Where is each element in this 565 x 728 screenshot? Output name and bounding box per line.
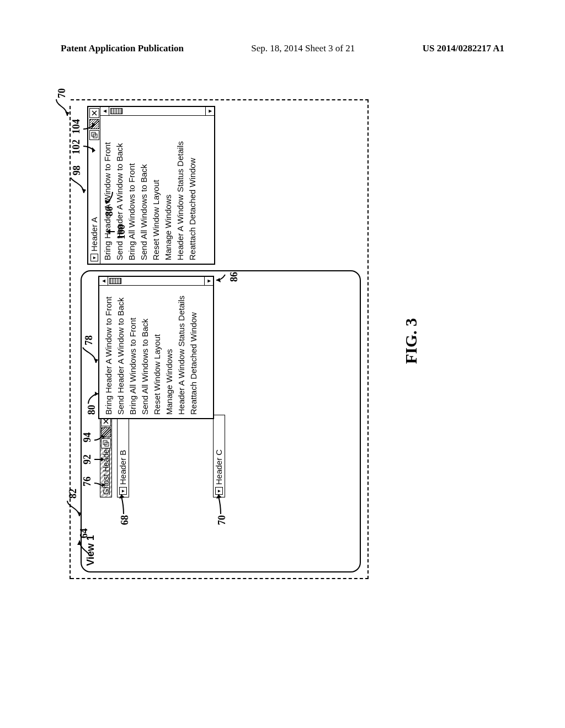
scroll-down-icon[interactable]: ▼ [205,107,214,115]
ref-70-outer: 70 [55,88,68,116]
menu-item[interactable]: Bring All Windows to Front [127,287,139,415]
header-c-label: Header C [214,449,225,485]
context-menu-main: Bring Header A Window to Front Send Head… [98,276,214,419]
menu-item[interactable]: Reset Window Layout [151,287,163,415]
svg-marker-19 [106,230,110,234]
menu-item[interactable]: Reattach Detached Window [188,287,200,415]
menu-item[interactable]: Bring All Windows to Front [126,117,138,260]
svg-marker-16 [216,494,222,499]
menu-item[interactable]: Manage Windows [163,287,175,415]
ref-80b: 80 [104,190,115,216]
svg-marker-21 [92,123,95,129]
ref-70b: 70 [216,492,228,525]
pub-number: US 2014/0282217 A1 [423,43,504,54]
menu-item[interactable]: Manage Windows [162,117,174,260]
ref-68: 68 [119,492,131,525]
ref-98: 98 [68,165,85,193]
ref-100: 100 [106,224,127,239]
scrollbar-vertical[interactable]: ▲ ▼ [99,277,213,286]
ref-82: 82 [65,489,81,516]
close-icon[interactable] [89,108,99,118]
ref-80a: 80 [85,390,98,415]
scroll-up-icon[interactable]: ▲ [99,277,108,285]
ref-64: 64 [77,528,90,556]
detached-title-label: Header A [89,217,99,251]
svg-marker-14 [95,392,98,396]
header-b-row[interactable]: ▾ Header B [117,415,129,497]
detached-window-header-a: ▾ Header A Bring Header A Window to Fron… [87,106,215,265]
svg-marker-15 [119,494,125,499]
scroll-down-icon[interactable]: ▼ [204,277,213,285]
svg-marker-18 [216,278,221,282]
scroll-up-icon[interactable]: ▲ [100,107,109,115]
menu-item[interactable]: Send Header A Window to Back [115,287,127,415]
menu-item[interactable]: Header A Window Status Details [174,117,186,260]
scroll-thumb[interactable] [110,108,122,114]
ref-78: 78 [81,335,97,363]
header-c-row[interactable]: ▾ Header C [213,415,225,497]
menu-item[interactable]: Send All Windows to Back [138,117,150,260]
svg-marker-12 [101,457,104,462]
figure-label: FIG. 3 [402,318,420,364]
page-header: Patent Application Publication Sep. 18, … [0,43,565,54]
header-b-label: Header B [118,450,129,485]
menu-item[interactable]: Send All Windows to Back [139,287,151,415]
svg-marker-10 [77,540,82,545]
chevron-down-icon: ▾ [90,254,98,261]
menu-item[interactable]: Reset Window Layout [150,117,162,260]
ref-102-104: 102 104 [71,119,97,154]
scrollbar-vertical[interactable]: ▲ ▼ [100,107,214,116]
svg-marker-0 [65,111,70,116]
ref-86: 86 [216,271,240,282]
ref-76-92-94: 76 92 94 [82,432,104,486]
menu-item[interactable]: Reattach Detached Window [186,117,199,260]
pub-label: Patent Application Publication [61,43,184,54]
figure-canvas: 70 82 View 1 Ghost Header A [35,135,515,543]
menu-item[interactable]: Bring Header A Window to Front [103,287,115,415]
menu-item[interactable]: Header A Window Status Details [175,287,188,415]
sheet-info: Sep. 18, 2014 Sheet 3 of 21 [251,43,355,54]
scroll-thumb[interactable] [109,278,121,284]
svg-marker-20 [92,148,95,153]
